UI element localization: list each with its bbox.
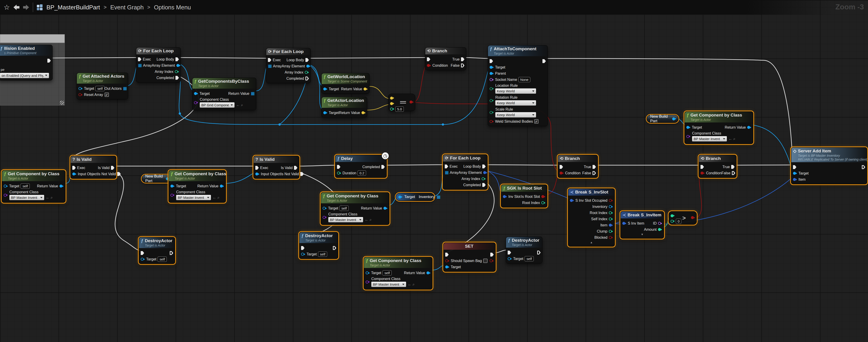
- is-valid-2-pin-is-not-valid[interactable]: [300, 172, 304, 176]
- target-inventory-node[interactable]: TargetInventory▦: [396, 193, 434, 201]
- class-browse-icon[interactable]: ⌕: [733, 137, 736, 141]
- get-component-by-class-2-pin-component-class[interactable]: [4, 194, 8, 197]
- get-component-by-class-1-pin-component-class[interactable]: [686, 135, 690, 138]
- get-actor-location-pin-target[interactable]: [323, 111, 328, 114]
- blueprint-graph[interactable]: ƒllision Enableds Primitive Componentpeo…: [0, 0, 868, 342]
- for-each-loop-1-pin-completed[interactable]: [176, 76, 179, 80]
- attach-to-component-field[interactable]: None: [519, 77, 530, 82]
- equal-vector-node-pin-vec[interactable]: [390, 102, 394, 105]
- attach-to-component-pin-weld-simulated-bodies[interactable]: [490, 120, 494, 123]
- attach-to-component-checkbox[interactable]: ✓: [534, 119, 538, 124]
- set-should-spawn-bag-pin-bool[interactable]: [490, 259, 494, 262]
- set-should-spawn-bag-pin-target[interactable]: [445, 266, 449, 268]
- get-attached-actors-field[interactable]: self: [95, 86, 104, 91]
- sgk-is-root-slot-pin-root-index[interactable]: [541, 201, 546, 204]
- get-actor-location[interactable]: ƒGetActorLocationTarget is ActorTargetRe…: [321, 97, 367, 117]
- equal-vector-node-field[interactable]: 5.0: [395, 106, 404, 112]
- get-components-by-class[interactable]: ƒGetComponentsByClassTarget is ActorTarg…: [192, 78, 256, 110]
- class-back-icon[interactable]: ←: [408, 282, 411, 287]
- is-valid-2-pin-input-object[interactable]: [255, 172, 259, 175]
- destroy-actor-1-field[interactable]: self: [158, 256, 166, 262]
- class-browse-icon[interactable]: ⌕: [217, 195, 220, 200]
- class-browse-icon[interactable]: ⌕: [51, 195, 53, 200]
- get-component-by-class-2[interactable]: ƒGet Component by ClassTarget is ActorTa…: [2, 170, 65, 203]
- get-world-location[interactable]: ƒGetWorldLocationTarget is Scene Compone…: [321, 73, 370, 94]
- for-each-loop-3[interactable]: ⟳For Each LoopExecLoop Body▦ArrayArray E…: [443, 155, 488, 190]
- break-s-invitem-pin-s-inv-item[interactable]: [622, 222, 626, 225]
- delay-node-pin-duration[interactable]: [337, 172, 341, 175]
- get-component-by-class-5-pin-component-class[interactable]: [366, 280, 370, 283]
- set-collision-enabled-node-dropdown[interactable]: on Enabled (Query and Physics): [0, 73, 49, 78]
- set-should-spawn-bag[interactable]: SETShould Spawn BagTarget: [443, 243, 496, 272]
- get-component-by-class-5-pin-return-value[interactable]: [427, 271, 431, 274]
- get-component-by-class-5-field[interactable]: self: [382, 270, 392, 276]
- branch-1[interactable]: ⟲BranchTrueConditionFalse: [425, 47, 466, 70]
- destroy-actor-2-pin-exec[interactable]: [333, 246, 336, 250]
- break-s-invslot[interactable]: ≺Break S_InvSlotS Inv SlotOccupiedInvent…: [568, 189, 615, 246]
- attach-to-component-pin-parent[interactable]: [490, 72, 494, 75]
- breadcrumb-asset[interactable]: BP_MasterBuildPart: [46, 4, 100, 11]
- branch-1-pin-false[interactable]: [461, 64, 464, 67]
- forward-arrow-icon[interactable]: [23, 5, 29, 10]
- branch-2-pin-false[interactable]: [593, 171, 596, 175]
- sgk-is-root-slot[interactable]: ƒSGK Is Root SlotInv SlotIs Root SlotRoo…: [501, 184, 547, 207]
- is-valid-1-pin-is-not-valid[interactable]: [117, 172, 121, 176]
- get-component-by-class-2-field[interactable]: self: [21, 183, 30, 189]
- branch-1-pin-exec[interactable]: [427, 57, 430, 61]
- for-each-loop-3-pin-exec[interactable]: [445, 165, 448, 168]
- branch-2-pin-condition[interactable]: [560, 172, 564, 175]
- destroy-actor-1-pin-exec[interactable]: [141, 251, 144, 255]
- for-each-loop-1-pin-loop-body[interactable]: [176, 57, 179, 61]
- reroute-node[interactable]: [179, 112, 181, 115]
- break-s-invitem-pin-id[interactable]: [658, 222, 662, 225]
- sgk-is-root-slot-pin-is-root-slot[interactable]: [541, 195, 546, 198]
- for-each-loop-2[interactable]: ⟳For Each LoopExecLoop Body▦ArrayArray E…: [266, 48, 311, 83]
- get-components-by-class-pin-target[interactable]: [194, 92, 198, 95]
- greater-node-field[interactable]: 0: [676, 219, 681, 224]
- branch-3-pin-false[interactable]: [732, 171, 735, 175]
- get-components-by-class-pin-component-class[interactable]: [194, 101, 198, 104]
- get-attached-actors-checkbox[interactable]: ✓: [104, 93, 109, 97]
- branch-3-pin-condition[interactable]: [701, 172, 705, 175]
- for-each-loop-1-pin-exec[interactable]: [138, 57, 142, 61]
- breadcrumb-options-menu[interactable]: Options Menu: [154, 4, 191, 11]
- set-collision-enabled-node[interactable]: ƒllision Enableds Primitive Componentpeo…: [0, 45, 53, 80]
- branch-2[interactable]: ⟲BranchTrueConditionFalse: [558, 155, 598, 178]
- get-component-by-class-2-pin-return-value[interactable]: [60, 184, 64, 187]
- get-component-by-class-5-pin-target[interactable]: [366, 271, 370, 274]
- breadcrumb-event-graph[interactable]: Event Graph: [110, 4, 144, 11]
- branch-3-pin-true[interactable]: [731, 165, 735, 169]
- get-actor-location-pin-return-value[interactable]: [362, 111, 366, 114]
- equal-vector-node-pin-int[interactable]: [390, 108, 394, 110]
- break-s-invslot-collapse-toggle[interactable]: ▲: [568, 241, 615, 245]
- get-component-by-class-1-pin-target[interactable]: [686, 126, 690, 129]
- reroute-node[interactable]: [442, 123, 444, 126]
- set-should-spawn-bag-pin-exec[interactable]: [490, 253, 494, 256]
- greater-node-pin-int[interactable]: [671, 214, 675, 217]
- get-component-by-class-2-dropdown[interactable]: BP Master Invent: [9, 195, 44, 200]
- attach-to-component[interactable]: ƒAttachToComponentTarget is ActorTargetP…: [488, 45, 548, 126]
- server-add-item-pin-exec[interactable]: [793, 165, 796, 169]
- break-s-invslot-pin-root-index[interactable]: [609, 211, 613, 214]
- is-valid-2-pin-is-valid[interactable]: [294, 166, 298, 170]
- equal-vector-node[interactable]: 5.0==: [388, 94, 415, 111]
- break-s-invslot-pin-s-inv-slot[interactable]: [570, 199, 574, 202]
- class-browse-icon[interactable]: ⌕: [241, 103, 243, 107]
- destroy-actor-3-field[interactable]: self: [525, 256, 533, 261]
- attach-to-component-pin-scale-rule[interactable]: [490, 111, 494, 114]
- destroy-actor-2[interactable]: ƒDestroyActorTarget is ActorTargetself: [299, 232, 338, 259]
- branch-3-pin-exec[interactable]: [701, 165, 704, 169]
- delay-node-pin-exec[interactable]: [337, 165, 340, 169]
- break-s-invslot-pin-self-index[interactable]: [609, 217, 613, 220]
- get-component-by-class-1-dropdown[interactable]: BP Master Invent: [692, 136, 727, 141]
- attach-to-component-pin-target[interactable]: [490, 66, 494, 69]
- greater-node-pin-bool[interactable]: [691, 216, 695, 219]
- destroy-actor-2-field[interactable]: self: [318, 251, 327, 257]
- get-component-by-class-3-dropdown[interactable]: BP Master Invent: [176, 195, 211, 200]
- get-component-by-class-3-pin-component-class[interactable]: [170, 194, 175, 197]
- set-should-spawn-bag-pin-exec[interactable]: [445, 253, 448, 256]
- for-each-loop-2-pin-array[interactable]: ▦: [268, 65, 272, 68]
- for-each-loop-3-pin-array[interactable]: ▦: [445, 171, 448, 174]
- branch-3[interactable]: ⟲BranchTrueConditionFalse: [699, 155, 737, 178]
- for-each-loop-2-pin-exec[interactable]: [268, 58, 271, 62]
